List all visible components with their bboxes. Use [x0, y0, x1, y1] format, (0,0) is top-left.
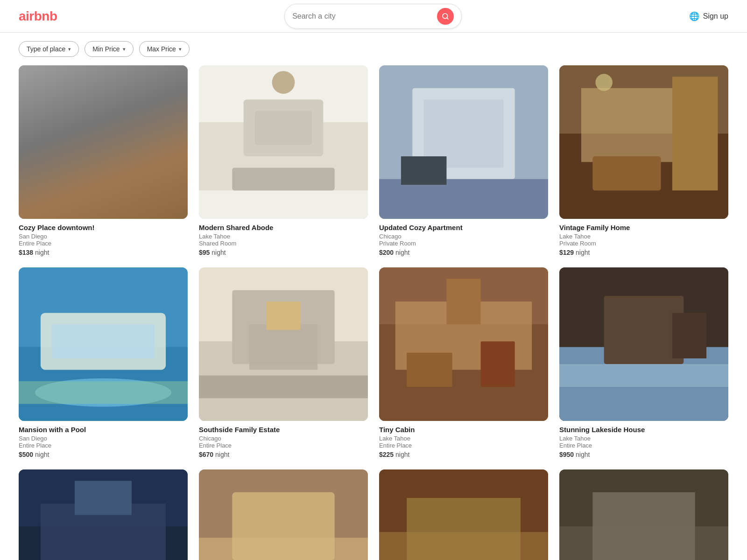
svg-rect-11	[255, 111, 312, 145]
svg-rect-36	[266, 301, 300, 330]
svg-rect-24	[592, 156, 661, 190]
min-price-label: Min Price	[92, 45, 120, 53]
listing-location: Chicago	[199, 435, 368, 442]
svg-rect-37	[199, 376, 368, 399]
max-price-label: Max Price	[147, 45, 176, 53]
svg-rect-60	[407, 498, 521, 560]
listing-card[interactable]	[559, 469, 728, 560]
listing-price: $500 night	[19, 451, 188, 458]
listing-type: Entire Place	[199, 442, 368, 449]
svg-rect-3	[19, 99, 86, 179]
listing-image	[559, 65, 728, 219]
logo[interactable]: airbnb	[19, 9, 57, 24]
listing-card[interactable]: Cozy Place downtown!San DiegoEntire Plac…	[19, 65, 188, 256]
svg-rect-7	[120, 122, 155, 168]
search-bar	[284, 4, 462, 29]
listing-price: $129 night	[559, 249, 728, 256]
listings-grid: Cozy Place downtown!San DiegoEntire Plac…	[0, 65, 747, 560]
listing-location: Chicago	[379, 233, 548, 240]
svg-rect-6	[35, 151, 81, 185]
listing-price: $950 night	[559, 451, 728, 458]
listing-image	[19, 65, 188, 219]
listing-title: Tiny Cabin	[379, 426, 548, 434]
svg-rect-13	[232, 168, 334, 190]
svg-point-12	[272, 71, 295, 94]
listing-title: Stunning Lakeside House	[559, 426, 728, 434]
svg-rect-23	[672, 77, 718, 190]
header-right[interactable]: 🌐 Sign up	[689, 11, 728, 21]
svg-rect-56	[232, 492, 334, 560]
listing-title: Mansion with a Pool	[19, 426, 188, 434]
search-button[interactable]	[437, 8, 454, 25]
svg-rect-31	[19, 381, 188, 404]
type-of-place-filter[interactable]: Type of place ▾	[19, 41, 79, 57]
listing-card[interactable]	[19, 469, 188, 560]
svg-rect-64	[592, 492, 695, 560]
listing-location: Lake Tahoe	[559, 233, 728, 240]
svg-rect-43	[481, 342, 515, 387]
listing-image	[559, 267, 728, 421]
listing-image	[199, 469, 368, 560]
listing-price: $200 night	[379, 249, 548, 256]
listing-card[interactable]	[199, 469, 368, 560]
listing-image	[199, 267, 368, 421]
listing-image	[19, 267, 188, 421]
listing-price: $138 night	[19, 249, 188, 256]
svg-rect-35	[249, 324, 317, 370]
chevron-down-icon: ▾	[68, 46, 71, 52]
svg-rect-18	[379, 179, 548, 219]
listing-image	[379, 469, 548, 560]
listing-title: Vintage Family Home	[559, 224, 728, 231]
svg-rect-29	[52, 324, 154, 358]
listing-type: Private Room	[379, 240, 548, 247]
svg-rect-41	[446, 279, 480, 324]
listing-title: Modern Shared Abode	[199, 224, 368, 231]
listing-price: $225 night	[379, 451, 548, 458]
listing-title: Southside Family Estate	[199, 426, 368, 434]
listing-card[interactable]: Mansion with a PoolSan DiegoEntire Place…	[19, 267, 188, 458]
listing-card[interactable]: Updated Cozy ApartmentChicagoPrivate Roo…	[379, 65, 548, 256]
svg-rect-47	[604, 296, 684, 364]
listing-card[interactable]	[379, 469, 548, 560]
svg-rect-42	[407, 353, 452, 387]
svg-rect-2	[19, 65, 188, 219]
chevron-down-icon: ▾	[123, 46, 126, 52]
listing-image	[379, 267, 548, 421]
search-input[interactable]	[292, 12, 437, 21]
listing-location: Lake Tahoe	[379, 435, 548, 442]
min-price-filter[interactable]: Min Price ▾	[85, 41, 133, 57]
listing-type: Entire Place	[19, 240, 188, 247]
svg-rect-4	[98, 111, 188, 168]
search-icon	[442, 13, 449, 20]
signup-label[interactable]: Sign up	[703, 12, 728, 21]
listing-image	[19, 469, 188, 560]
listing-type: Shared Room	[199, 240, 368, 247]
listing-title: Updated Cozy Apartment	[379, 224, 548, 231]
listing-card[interactable]: Modern Shared AbodeLake TahoeShared Room…	[199, 65, 368, 256]
max-price-filter[interactable]: Max Price ▾	[139, 41, 190, 57]
svg-point-5	[86, 162, 177, 196]
listing-location: San Diego	[19, 233, 188, 240]
listing-type: Entire Place	[19, 442, 188, 449]
listing-card[interactable]: Southside Family EstateChicagoEntire Pla…	[199, 267, 368, 458]
listing-type: Private Room	[559, 240, 728, 247]
listing-type: Entire Place	[379, 442, 548, 449]
svg-point-25	[595, 74, 613, 91]
header: airbnb 🌐 Sign up	[0, 0, 747, 33]
filters-bar: Type of place ▾ Min Price ▾ Max Price ▾	[0, 33, 747, 65]
listing-image	[559, 469, 728, 560]
listing-card[interactable]: Stunning Lakeside HouseLake TahoeEntire …	[559, 267, 728, 458]
listing-title: Cozy Place downtown!	[19, 224, 188, 231]
listing-price: $95 night	[199, 249, 368, 256]
svg-rect-19	[401, 156, 447, 185]
svg-rect-49	[672, 313, 706, 359]
listing-image	[199, 65, 368, 219]
listing-card[interactable]: Tiny CabinLake TahoeEntire Place$225 nig…	[379, 267, 548, 458]
listing-price: $670 night	[199, 451, 368, 458]
listing-type: Entire Place	[559, 442, 728, 449]
listing-image	[379, 65, 548, 219]
listing-location: Lake Tahoe	[559, 435, 728, 442]
svg-rect-48	[559, 364, 728, 387]
listing-location: San Diego	[19, 435, 188, 442]
listing-card[interactable]: Vintage Family HomeLake TahoePrivate Roo…	[559, 65, 728, 256]
